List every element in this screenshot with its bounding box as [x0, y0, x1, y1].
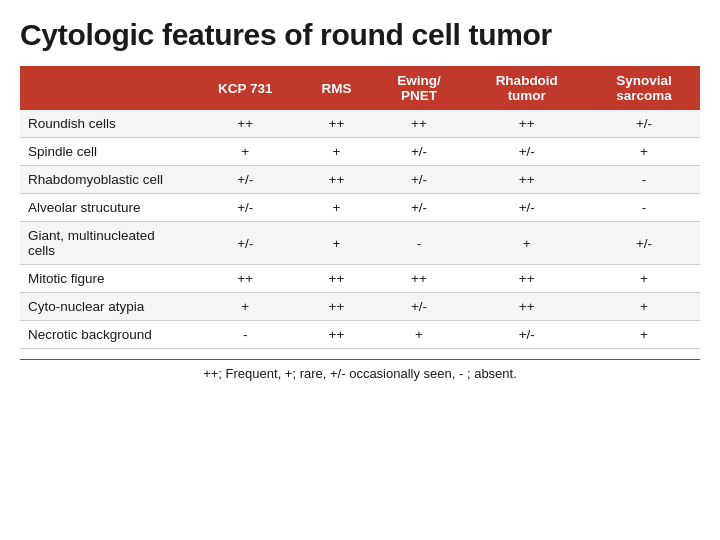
row-cell: +/-	[466, 138, 588, 166]
row-cell: +/-	[466, 321, 588, 349]
table-row: Roundish cells+++++++++/-	[20, 110, 700, 138]
col-header-4: Rhabdoidtumor	[466, 66, 588, 110]
row-cell: +/-	[588, 110, 700, 138]
row-cell: +	[588, 138, 700, 166]
row-cell: -	[190, 321, 300, 349]
table-row: Mitotic figure+++++++++	[20, 265, 700, 293]
row-cell: +/-	[372, 138, 465, 166]
row-feature-label: Cyto-nuclear atypia	[20, 293, 190, 321]
row-feature-label: Rhabdomyoblastic cell	[20, 166, 190, 194]
row-feature-label: Spindle cell	[20, 138, 190, 166]
row-feature-label: Mitotic figure	[20, 265, 190, 293]
row-cell: +	[300, 222, 372, 265]
row-cell: ++	[466, 166, 588, 194]
row-cell: ++	[372, 265, 465, 293]
table-row: Spindle cell+++/-+/-+	[20, 138, 700, 166]
row-cell: ++	[466, 265, 588, 293]
row-cell: +	[190, 293, 300, 321]
col-header-3: Ewing/PNET	[372, 66, 465, 110]
row-cell: +/-	[190, 166, 300, 194]
row-cell: ++	[372, 110, 465, 138]
row-cell: +/-	[372, 293, 465, 321]
col-header-5: Synovialsarcoma	[588, 66, 700, 110]
table-header-row: KCP 731RMSEwing/PNETRhabdoidtumorSynovia…	[20, 66, 700, 110]
row-cell: +	[300, 138, 372, 166]
row-cell: +	[372, 321, 465, 349]
row-feature-label: Giant, multinucleated cells	[20, 222, 190, 265]
row-cell: +	[588, 321, 700, 349]
row-cell: +/-	[190, 222, 300, 265]
table-row: Giant, multinucleated cells+/-+-++/-	[20, 222, 700, 265]
row-cell: -	[588, 194, 700, 222]
col-header-1: KCP 731	[190, 66, 300, 110]
row-cell: ++	[190, 265, 300, 293]
page: Cytologic features of round cell tumor K…	[0, 0, 720, 540]
row-cell: +/-	[190, 194, 300, 222]
table-row: Necrotic background-++++/-+	[20, 321, 700, 349]
row-feature-label: Necrotic background	[20, 321, 190, 349]
col-header-2: RMS	[300, 66, 372, 110]
row-cell: ++	[466, 110, 588, 138]
row-cell: ++	[300, 110, 372, 138]
row-feature-label: Alveolar strucuture	[20, 194, 190, 222]
row-cell: -	[588, 166, 700, 194]
row-cell: ++	[190, 110, 300, 138]
table-footnote: ++; Frequent, +; rare, +/- occasionally …	[20, 359, 700, 381]
row-cell: +	[466, 222, 588, 265]
row-cell: +	[588, 293, 700, 321]
row-cell: +	[588, 265, 700, 293]
row-cell: ++	[300, 166, 372, 194]
row-cell: ++	[466, 293, 588, 321]
page-title: Cytologic features of round cell tumor	[20, 18, 700, 52]
table-row: Alveolar strucuture+/-++/-+/--	[20, 194, 700, 222]
row-cell: +	[190, 138, 300, 166]
row-cell: +/-	[372, 166, 465, 194]
row-cell: +/-	[372, 194, 465, 222]
row-cell: ++	[300, 265, 372, 293]
row-cell: +	[300, 194, 372, 222]
table-row: Cyto-nuclear atypia++++/-+++	[20, 293, 700, 321]
row-cell: +/-	[466, 194, 588, 222]
table-row: Rhabdomyoblastic cell+/-+++/-++-	[20, 166, 700, 194]
row-cell: +/-	[588, 222, 700, 265]
comparison-table: KCP 731RMSEwing/PNETRhabdoidtumorSynovia…	[20, 66, 700, 349]
row-cell: ++	[300, 293, 372, 321]
col-header-feature	[20, 66, 190, 110]
row-cell: ++	[300, 321, 372, 349]
row-cell: -	[372, 222, 465, 265]
row-feature-label: Roundish cells	[20, 110, 190, 138]
